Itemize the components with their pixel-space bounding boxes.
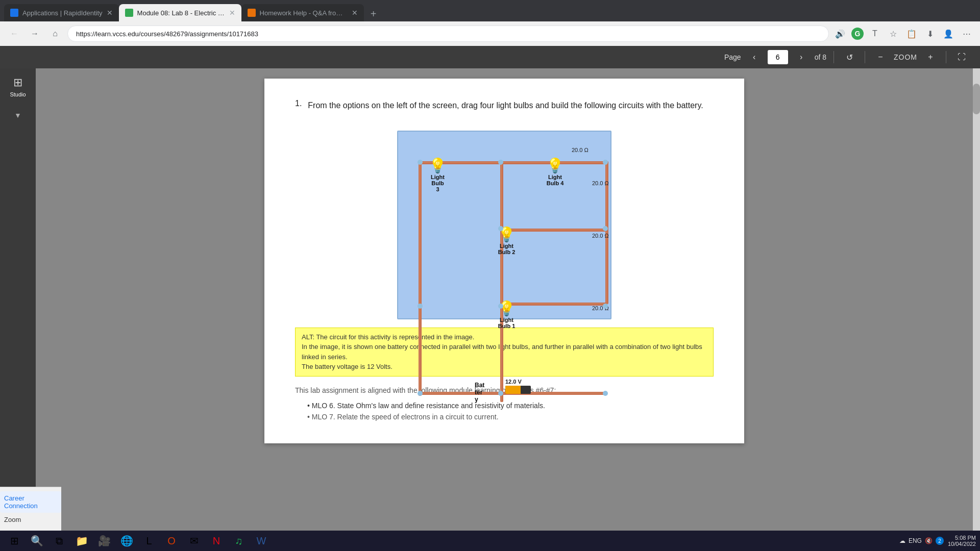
edge-button[interactable]: 🌐 (116, 532, 137, 550)
left-sidebar: ⊞ Studio ▼ (0, 68, 36, 551)
instruction-number: 1. (295, 99, 302, 122)
extensions-icon[interactable]: G (851, 28, 864, 40)
refresh-button[interactable]: ↺ (841, 49, 857, 65)
battery-container: 12.0 V (505, 386, 531, 394)
page-label: Page (724, 53, 741, 61)
office-button[interactable]: O (161, 532, 182, 550)
scrollbar-thumb[interactable] (973, 84, 980, 114)
address-icons: 🔊 G T ☆ 📋 ⬇ 👤 ⋯ (833, 27, 974, 41)
resistance-label-1: 20.0 Ω (592, 180, 609, 186)
resistance-label-2: 20.0 Ω (592, 233, 609, 239)
alt-line3: The battery voltage is 12 Volts. (302, 362, 707, 372)
profile-icon[interactable]: 👤 (941, 27, 955, 41)
address-bar-row: ← → ⌂ https://learn.vccs.edu/courses/482… (0, 21, 980, 46)
taskbar-time: 5:08 PM 10/04/2022 (948, 535, 976, 547)
next-page-button[interactable]: › (793, 49, 810, 65)
files-button[interactable]: 📁 (71, 532, 92, 550)
wire-mid1 (500, 229, 607, 232)
tab-homework[interactable]: Homework Help - Q&A from On... ✕ (241, 4, 364, 21)
bulb-3-image: 💡 (429, 157, 447, 174)
node-tr (603, 160, 608, 165)
start-button[interactable]: ⊞ (4, 532, 24, 550)
favorites-icon[interactable]: ☆ (886, 27, 900, 41)
read-aloud-icon[interactable]: 🔊 (833, 27, 847, 41)
teams-button[interactable]: 🎥 (94, 532, 114, 550)
sidebar-studio-icon[interactable]: ⊞ Studio (6, 74, 30, 99)
netflix-button[interactable]: N (206, 532, 227, 550)
battery-charge (505, 386, 521, 394)
tab-close-3[interactable]: ✕ (352, 9, 358, 17)
toolbar-divider-3 (946, 51, 946, 63)
translate-icon[interactable]: T (868, 27, 882, 41)
pdf-page: 1. From the options on the left of the s… (264, 79, 744, 443)
tab-close-2[interactable]: ✕ (229, 9, 235, 17)
home-button[interactable]: ⌂ (47, 26, 63, 42)
mail-icon: ✉ (190, 535, 199, 547)
download-icon[interactable]: ⬇ (923, 27, 937, 41)
fullscreen-button[interactable]: ⛶ (953, 49, 970, 65)
spotify-button[interactable]: ♫ (229, 532, 249, 550)
collections-icon[interactable]: 📋 (904, 27, 919, 41)
taskbar-right: ☁ ENG 🔇 2 5:08 PM 10/04/2022 (899, 535, 976, 547)
tab-close-1[interactable]: ✕ (107, 9, 113, 17)
netflix-icon: N (213, 535, 220, 547)
circuit-diagram: 20.0 Ω 20.0 Ω 20.0 Ω 20.0 Ω 💡 LightBulb3… (397, 131, 611, 319)
settings-icon[interactable]: ⋯ (960, 27, 974, 41)
node-tm (498, 160, 503, 165)
tab-favicon-1 (10, 9, 18, 17)
address-box[interactable]: https://learn.vccs.edu/courses/482679/as… (67, 26, 829, 42)
taskview-icon: ⧉ (56, 535, 63, 547)
mail-button[interactable]: ✉ (184, 532, 204, 550)
taskbar: ⊞ 🔍 ⧉ 📁 🎥 🌐 L O ✉ N ♫ W ☁ ENG 🔇 2 (0, 531, 980, 551)
instruction-item: 1. From the options on the left of the s… (295, 99, 714, 122)
tab-favicon-3 (248, 9, 256, 17)
search-icon: 🔍 (31, 535, 43, 547)
voltage-display: 12.0 V (505, 379, 522, 385)
prev-page-button[interactable]: ‹ (746, 49, 763, 65)
zoom-item[interactable]: Zoom (0, 513, 61, 527)
cloud-icon: ☁ (899, 537, 905, 544)
back-button[interactable]: ← (6, 26, 22, 42)
word-button[interactable]: W (251, 532, 272, 550)
tab-favicon-2 (125, 9, 133, 17)
new-tab-button[interactable]: + (366, 6, 381, 21)
zoom-label: ZOOM (894, 53, 917, 61)
mlo-item-2: • MLO 7. Relate the speed of electrons i… (307, 411, 714, 422)
sys-icons: ☁ ENG 🔇 2 (899, 537, 944, 545)
instruction-text: From the options on the left of the scre… (308, 99, 703, 112)
pdf-area[interactable]: 1. From the options on the left of the s… (36, 68, 973, 551)
lasso-button[interactable]: L (139, 532, 159, 550)
sidebar-arrow-icon[interactable]: ▼ (6, 103, 30, 128)
word-icon: W (257, 535, 266, 547)
alt-line2: In the image, it is shown one battery co… (302, 342, 707, 362)
spotify-icon: ♫ (235, 535, 243, 547)
lang-label: ENG (909, 537, 922, 544)
tab-rapididentity[interactable]: Applications | RapidIdentity ✕ (4, 4, 119, 21)
search-button[interactable]: 🔍 (27, 532, 47, 550)
scrollbar-right[interactable] (973, 68, 980, 551)
tab-label-2: Module 08: Lab 8 - Electric Circu... (137, 9, 225, 17)
zoom-in-button[interactable]: + (922, 49, 939, 65)
battery-body (505, 386, 531, 394)
zoom-out-button[interactable]: − (872, 49, 889, 65)
node-mr2 (603, 304, 608, 309)
node-mm1 (498, 226, 503, 231)
alt-text-box: ALT: The circuit for this activity is re… (295, 328, 714, 377)
wire-top (419, 161, 607, 164)
bottom-sidebar: Career Connection Zoom (0, 487, 61, 531)
total-pages-label: of 8 (815, 53, 826, 61)
lasso-icon: L (146, 535, 152, 547)
bulb-1-label: LightBulb 1 (498, 317, 516, 329)
page-number-input[interactable] (768, 50, 788, 64)
node-tl (418, 160, 423, 165)
arrow-icon: ▼ (14, 111, 21, 119)
node-br (603, 391, 608, 396)
tab-module08[interactable]: Module 08: Lab 8 - Electric Circu... ✕ (119, 4, 241, 21)
node-mm2 (498, 304, 503, 309)
task-view-button[interactable]: ⧉ (49, 532, 69, 550)
career-connection-item[interactable]: Career Connection (0, 491, 61, 513)
bulb-4-label: LightBulb 4 (546, 174, 564, 186)
resistance-label-top: 20.0 Ω (572, 147, 589, 153)
forward-button[interactable]: → (27, 26, 43, 42)
alt-line1: ALT: The circuit for this activity is re… (302, 332, 707, 342)
